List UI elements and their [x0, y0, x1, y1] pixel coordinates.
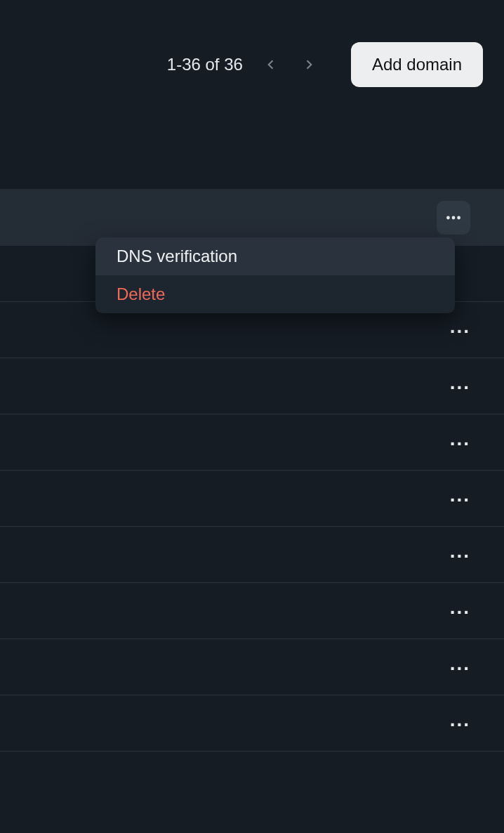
- more-horizontal-icon: [444, 209, 463, 227]
- table-row[interactable]: ...: [0, 695, 504, 751]
- add-domain-button[interactable]: Add domain: [351, 42, 483, 87]
- table-row[interactable]: [0, 751, 504, 807]
- spacer: [0, 87, 504, 189]
- prev-page-button[interactable]: [257, 51, 285, 79]
- chevron-right-icon: [302, 58, 316, 72]
- svg-point-2: [457, 216, 460, 219]
- table-row[interactable]: ...: [0, 470, 504, 526]
- table-row[interactable]: ...: [0, 358, 504, 414]
- row-actions-button[interactable]: ...: [450, 598, 470, 624]
- svg-point-1: [452, 216, 456, 219]
- row-actions-button[interactable]: ...: [450, 373, 470, 400]
- menu-item-delete[interactable]: Delete: [95, 275, 455, 313]
- row-actions-button[interactable]: ...: [450, 485, 470, 512]
- row-actions-button[interactable]: ...: [450, 654, 470, 681]
- row-actions-button[interactable]: ...: [450, 429, 470, 456]
- row-actions-menu: DNS verification Delete: [95, 237, 455, 313]
- pagination-range: 1-36 of 36: [167, 55, 243, 74]
- table-row[interactable]: ...: [0, 526, 504, 582]
- row-actions-button[interactable]: ...: [450, 317, 470, 343]
- table-row[interactable]: ...: [0, 414, 504, 470]
- table-row[interactable]: ...: [0, 638, 504, 695]
- header-bar: 1-36 of 36 Add domain: [0, 0, 504, 87]
- menu-item-dns-verification[interactable]: DNS verification: [95, 237, 455, 275]
- next-page-button[interactable]: [295, 51, 323, 79]
- row-actions-button[interactable]: ...: [450, 710, 470, 737]
- table-row[interactable]: ...: [0, 582, 504, 638]
- chevron-left-icon: [264, 58, 278, 72]
- svg-point-0: [446, 216, 450, 219]
- row-actions-button[interactable]: ...: [450, 542, 470, 568]
- row-actions-button[interactable]: [437, 201, 470, 235]
